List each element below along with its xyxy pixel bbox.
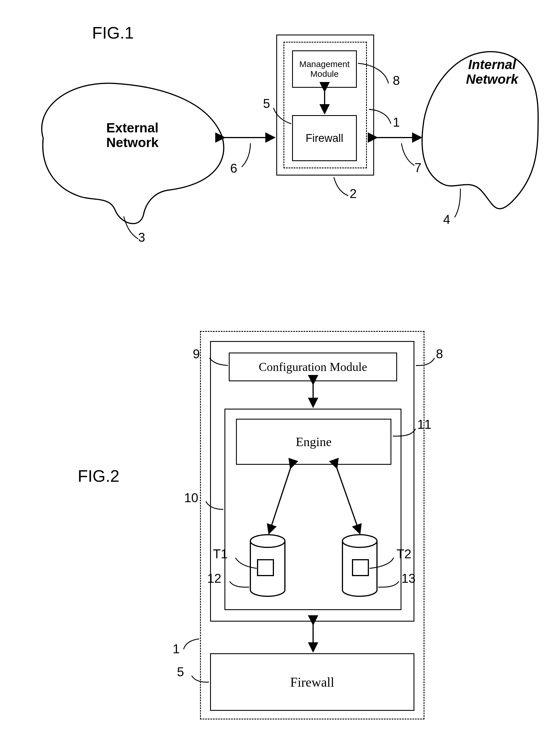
fig2-label-12: 12: [207, 571, 221, 585]
fig2-label-11: 11: [417, 417, 432, 432]
fig2-cylinder-right: [342, 535, 377, 596]
fig2-lead-12: [229, 581, 249, 587]
fig2-lead-5: [192, 676, 209, 682]
fig2-label-1: 1: [173, 642, 180, 656]
svg-point-0: [251, 535, 285, 548]
svg-rect-3: [353, 560, 368, 576]
fig2-lead-13: [378, 581, 399, 587]
fig2-cylinder-left: [251, 535, 285, 596]
fig2-label-t1: T1: [213, 547, 227, 561]
fig2-lead-1: [184, 639, 199, 649]
fig2-lead-10: [206, 501, 223, 510]
fig2-label-13: 13: [401, 571, 416, 585]
fig2-label-8: 8: [436, 347, 443, 361]
fig2-firewall-box: Firewall: [210, 653, 414, 711]
fig2-label-5: 5: [177, 665, 184, 679]
fig2-lead-8: [416, 358, 435, 365]
fig2-arrow-engine-right: [337, 467, 360, 533]
svg-rect-1: [258, 560, 273, 576]
fig2-label-9: 9: [193, 347, 200, 361]
fig2-label-t2: T2: [397, 547, 411, 561]
fig2-lead-11: [393, 429, 416, 436]
fig2-lead-9: [209, 358, 228, 365]
fig2-arrow-engine-left: [269, 467, 291, 533]
svg-point-2: [342, 535, 377, 548]
fig2-label-10: 10: [184, 491, 198, 505]
